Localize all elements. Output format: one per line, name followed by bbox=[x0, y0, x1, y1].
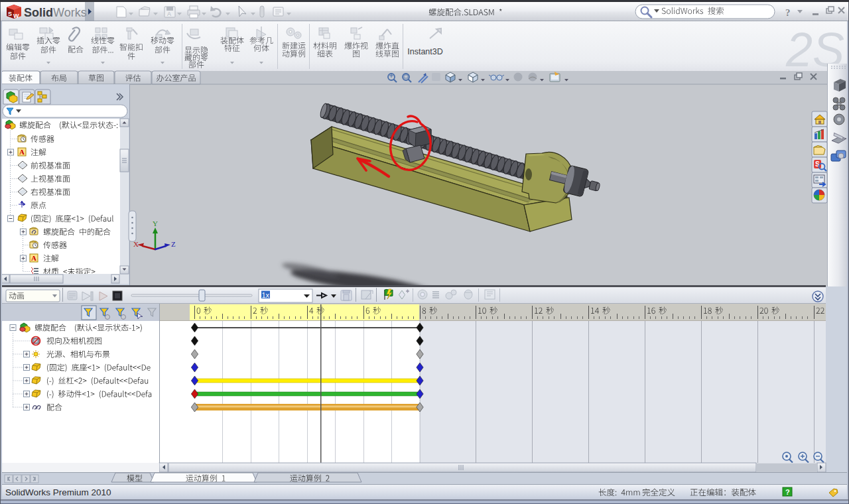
svg-text:Instant3D: Instant3D bbox=[407, 47, 443, 56]
svg-text:W: W bbox=[13, 13, 19, 19]
svg-text:A: A bbox=[167, 11, 171, 17]
svg-text:?: ? bbox=[785, 7, 791, 18]
svg-text:SolidWorks: SolidWorks bbox=[24, 6, 87, 19]
svg-text:A: A bbox=[31, 254, 36, 262]
svg-text:1x: 1x bbox=[262, 291, 270, 299]
svg-text:Y: Y bbox=[153, 220, 158, 227]
svg-text:?: ? bbox=[785, 488, 790, 496]
svg-text:S: S bbox=[8, 11, 12, 17]
svg-text:X: X bbox=[133, 240, 139, 248]
svg-text:A: A bbox=[19, 148, 25, 156]
svg-text:Z: Z bbox=[171, 240, 176, 248]
svg-text:SolidWorks Premium 2010: SolidWorks Premium 2010 bbox=[5, 487, 111, 497]
